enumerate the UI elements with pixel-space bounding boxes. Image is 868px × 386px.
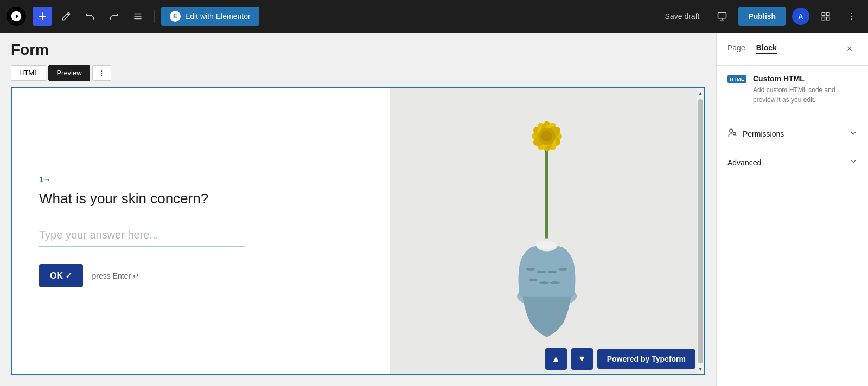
tab-page[interactable]: Page <box>727 43 745 54</box>
svg-rect-7 <box>827 17 829 20</box>
edit-with-elementor-button[interactable]: E Edit with Elementor <box>161 7 259 26</box>
custom-html-section: HTML Custom HTML Add custom HTML code an… <box>717 74 868 117</box>
scroll-up-arrow[interactable]: ▲ <box>697 89 704 97</box>
publish-button[interactable]: Publish <box>738 7 786 26</box>
document-overview-button[interactable] <box>128 7 148 26</box>
settings-button[interactable] <box>816 7 835 26</box>
typeform-left-panel: 1→ What is your skin concern? OK ✓ press… <box>12 88 390 374</box>
tab-block[interactable]: Block <box>756 43 777 54</box>
svg-rect-4 <box>822 12 825 15</box>
svg-point-10 <box>851 18 852 20</box>
action-row: OK ✓ press Enter ↵ <box>39 264 362 287</box>
question-text: What is your skin concern? <box>39 190 362 207</box>
custom-html-header: HTML Custom HTML Add custom HTML code an… <box>727 74 857 105</box>
permissions-section-left: Permissions <box>727 128 784 140</box>
user-avatar-button[interactable]: A <box>792 8 809 25</box>
tab-preview[interactable]: Preview <box>48 65 90 81</box>
canvas-scrollbar: ▲ ▼ <box>697 88 704 374</box>
svg-rect-3 <box>718 12 726 18</box>
svg-rect-5 <box>827 12 829 15</box>
custom-html-title: Custom HTML <box>753 74 857 83</box>
advanced-label: Advanced <box>727 158 761 167</box>
right-sidebar: Page Block × HTML Custom HTML Add custom… <box>716 33 868 386</box>
question-number: 1→ <box>39 175 362 184</box>
advanced-section-left: Advanced <box>727 158 761 167</box>
advanced-chevron-icon <box>850 158 857 167</box>
typeform-preview: 1→ What is your skin concern? OK ✓ press… <box>12 88 704 374</box>
custom-html-info: Custom HTML Add custom HTML code and pre… <box>753 74 857 105</box>
editor-header: Form HTML Preview ⋮ <box>0 33 716 81</box>
powered-by-brand: Typeform <box>652 355 686 363</box>
content-area: Form HTML Preview ⋮ ▲ ▼ <box>0 33 868 386</box>
nav-down-button[interactable]: ▼ <box>571 348 593 370</box>
tab-more-options[interactable]: ⋮ <box>92 65 111 81</box>
svg-point-24 <box>730 129 733 132</box>
toolbar: E Edit with Elementor Save draft Publish… <box>0 0 868 33</box>
sidebar-close-button[interactable]: × <box>842 41 857 56</box>
editor-area: Form HTML Preview ⋮ ▲ ▼ <box>0 33 716 386</box>
html-badge: HTML <box>727 75 746 83</box>
permissions-section[interactable]: Permissions <box>717 119 868 149</box>
advanced-section[interactable]: Advanced <box>717 149 868 176</box>
scroll-down-arrow[interactable]: ▼ <box>697 365 704 373</box>
tab-html[interactable]: HTML <box>11 65 46 81</box>
canvas-area: ▲ ▼ 1→ What is your skin concern? <box>11 87 705 375</box>
svg-rect-6 <box>822 17 825 20</box>
toolbar-divider <box>154 10 155 23</box>
redo-button[interactable] <box>104 7 124 26</box>
save-draft-button[interactable]: Save draft <box>659 8 706 25</box>
sidebar-tabs: Page Block <box>727 43 777 54</box>
flower-illustration <box>390 88 704 374</box>
powered-by-prefix: Powered by <box>607 355 650 363</box>
elementor-icon: E <box>170 11 181 22</box>
post-title: Form <box>11 41 705 59</box>
undo-button[interactable] <box>80 7 100 26</box>
avatar-letter: A <box>798 12 803 21</box>
sidebar-content: HTML Custom HTML Add custom HTML code an… <box>717 66 868 386</box>
permissions-icon <box>727 128 737 140</box>
more-menu-button[interactable] <box>842 7 861 26</box>
svg-point-8 <box>851 13 852 14</box>
block-tabs: HTML Preview ⋮ <box>11 65 705 81</box>
answer-input[interactable] <box>39 224 245 247</box>
typeform-right-panel: ▲ ▼ Powered by Typeform <box>390 88 704 374</box>
toolbar-right-actions: Save draft Publish A <box>659 7 861 26</box>
permissions-chevron-icon <box>850 130 857 139</box>
svg-point-20 <box>541 131 552 142</box>
edit-elementor-label: Edit with Elementor <box>185 12 251 21</box>
permissions-label: Permissions <box>743 130 784 138</box>
wp-logo[interactable] <box>7 7 26 26</box>
preview-icon-button[interactable] <box>712 7 732 26</box>
add-block-button[interactable] <box>33 7 52 26</box>
custom-html-desc: Add custom HTML code and preview it as y… <box>753 85 857 105</box>
edit-pen-button[interactable] <box>56 7 76 26</box>
svg-point-9 <box>851 16 852 17</box>
sidebar-header: Page Block × <box>717 33 868 66</box>
scroll-thumb[interactable] <box>698 99 703 363</box>
nav-up-button[interactable]: ▲ <box>545 348 567 370</box>
press-enter-hint: press Enter ↵ <box>92 272 139 280</box>
ok-button[interactable]: OK ✓ <box>39 264 83 287</box>
typeform-bottom-bar: ▲ ▼ Powered by Typeform <box>390 344 704 374</box>
powered-by-badge: Powered by Typeform <box>597 349 695 369</box>
